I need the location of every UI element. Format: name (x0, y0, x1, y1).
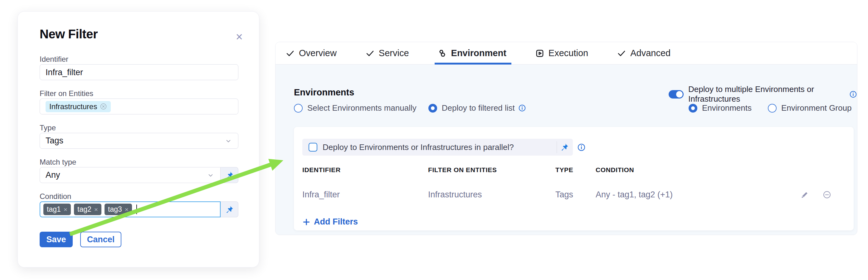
radio-environments[interactable]: Environments (689, 103, 752, 113)
remove-icon[interactable] (823, 190, 831, 199)
environment-tab-content: Environments Select Environments manuall… (276, 65, 857, 235)
match-type-select[interactable]: Any (40, 167, 221, 183)
edit-icon[interactable] (801, 190, 809, 199)
cell-identifier: Infra_filter (302, 190, 428, 200)
match-type-label: Match type (40, 158, 238, 166)
pin-icon (225, 171, 234, 179)
tab-environment[interactable]: Environment (438, 42, 506, 65)
info-icon[interactable] (849, 91, 857, 98)
parallel-pin-button[interactable] (560, 143, 569, 152)
match-type-pin-button[interactable] (221, 167, 238, 183)
parallel-checkbox[interactable] (309, 143, 317, 151)
tag-label: tag2 (78, 205, 91, 214)
add-filters-label: Add Filters (314, 217, 358, 227)
save-button[interactable]: Save (40, 232, 73, 247)
type-label: Type (40, 124, 238, 132)
col-filter-on-entities: FILTER ON ENTITIES (428, 166, 555, 174)
entities-label: Filter on Entities (40, 90, 238, 97)
tag-remove-icon[interactable]: × (94, 206, 98, 213)
tab-label: Service (379, 48, 409, 58)
text-cursor (136, 205, 137, 214)
filters-table: IDENTIFIER FILTER ON ENTITIES TYPE CONDI… (302, 166, 854, 200)
entity-chip: Infrastructures (45, 101, 111, 112)
filters-table-header: IDENTIFIER FILTER ON ENTITIES TYPE CONDI… (302, 166, 854, 174)
tab-label: Advanced (630, 48, 671, 58)
multi-env-toggle[interactable] (669, 90, 684, 99)
tag-remove-icon[interactable]: × (125, 206, 128, 213)
multi-env-toggle-label: Deploy to multiple Environments or Infra… (688, 84, 846, 104)
info-icon[interactable] (518, 104, 526, 112)
tab-label: Execution (549, 48, 588, 58)
match-type-select-value: Any (45, 170, 60, 180)
environment-icon (438, 49, 447, 58)
radio-label: Environments (702, 103, 752, 113)
condition-tag: tag2 × (74, 204, 101, 215)
cell-condition: Any - tag1, tag2 (+1) (596, 190, 801, 200)
pin-icon (225, 205, 234, 214)
condition-label: Condition (40, 193, 238, 200)
parallel-checkbox-bar: Deploy to Environments or Infrastructure… (302, 139, 573, 155)
col-condition: CONDITION (596, 166, 801, 174)
modal-title: New Filter (40, 27, 238, 41)
parallel-checkbox-label: Deploy to Environments or Infrastructure… (322, 142, 514, 152)
multi-env-toggle-row: Deploy to multiple Environments or Infra… (669, 84, 857, 104)
col-identifier: IDENTIFIER (302, 166, 428, 174)
entities-input[interactable]: Infrastructures (40, 99, 238, 114)
radio-label: Deploy to filtered list (442, 103, 515, 113)
condition-tag: tag1 × (43, 204, 71, 215)
tab-advanced[interactable]: Advanced (617, 42, 671, 65)
radio-unchecked[interactable] (768, 104, 777, 112)
tag-label: tag3 (108, 205, 122, 214)
check-icon (617, 49, 626, 58)
toggle-knob (676, 91, 683, 98)
tag-label: tag1 (47, 205, 61, 214)
environment-filters-card: Deploy to Environments or Infrastructure… (294, 127, 854, 231)
tab-execution[interactable]: Execution (535, 42, 588, 65)
condition-input[interactable]: tag1 × tag2 × tag3 × (40, 202, 221, 217)
chevron-down-icon (224, 137, 232, 145)
info-icon[interactable] (577, 143, 586, 151)
tab-label: Environment (451, 48, 506, 58)
new-filter-modal: New Filter × Identifier Filter on Entiti… (18, 11, 259, 268)
type-select[interactable]: Tags (40, 133, 238, 149)
radio-label: Select Environments manually (307, 103, 416, 113)
radio-select-environments-manually[interactable]: Select Environments manually (294, 103, 416, 113)
screen: New Filter × Identifier Filter on Entiti… (0, 0, 868, 280)
table-row[interactable]: Infra_filter Infrastructures Tags Any - … (302, 190, 854, 200)
radio-environment-group[interactable]: Environment Group (768, 103, 851, 113)
execution-icon (535, 49, 545, 58)
stage-tabbar: Overview Service Environment Execution (276, 42, 857, 65)
condition-pin-button[interactable] (221, 202, 238, 217)
radio-unchecked[interactable] (294, 104, 303, 112)
close-icon[interactable]: × (236, 31, 243, 43)
pin-icon (560, 143, 569, 151)
identifier-label: Identifier (40, 55, 238, 63)
divider (557, 141, 557, 153)
chip-remove-icon[interactable] (100, 103, 107, 110)
radio-deploy-to-filtered-list[interactable]: Deploy to filtered list (428, 103, 526, 113)
pipeline-stage-panel: Overview Service Environment Execution (275, 42, 858, 235)
cell-filter-on-entities: Infrastructures (428, 190, 555, 200)
tab-overview[interactable]: Overview (285, 42, 337, 65)
tag-remove-icon[interactable]: × (64, 206, 67, 213)
col-type: TYPE (555, 166, 596, 174)
identifier-input[interactable] (40, 64, 238, 80)
plus-icon (302, 218, 310, 226)
cancel-button[interactable]: Cancel (80, 232, 121, 247)
radio-checked[interactable] (689, 104, 698, 112)
radio-label: Environment Group (781, 103, 851, 113)
condition-tag: tag3 × (104, 204, 132, 215)
check-icon (285, 49, 295, 58)
entity-chip-label: Infrastructures (49, 102, 97, 111)
tab-label: Overview (299, 48, 337, 58)
add-filters-button[interactable]: Add Filters (302, 217, 358, 227)
type-select-value: Tags (45, 136, 63, 146)
tab-service[interactable]: Service (365, 42, 409, 65)
radio-checked[interactable] (428, 104, 437, 112)
check-icon (365, 49, 375, 58)
chevron-down-icon (207, 171, 215, 179)
cell-type: Tags (555, 190, 596, 200)
